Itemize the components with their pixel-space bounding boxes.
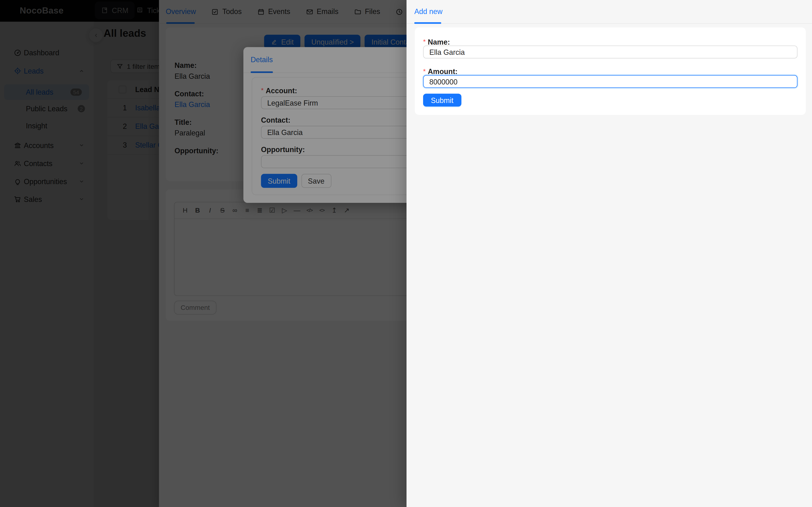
submit-button[interactable]: Submit xyxy=(423,94,461,107)
required-mark: * xyxy=(423,67,426,75)
name-input[interactable] xyxy=(423,46,798,59)
add-new-tabbar: Add new xyxy=(406,0,812,24)
app-root: NocoBase CRM Ticket Dashboard Leads All … xyxy=(0,0,812,507)
name-label: Name: xyxy=(428,38,450,46)
add-new-drawer: Add new * Name: * Amount: Submit xyxy=(406,0,812,507)
active-tab-indicator xyxy=(414,22,441,24)
tab-add-new[interactable]: Add new xyxy=(414,0,443,23)
amount-input[interactable] xyxy=(423,75,798,88)
required-mark: * xyxy=(423,38,426,46)
amount-label: Amount: xyxy=(428,67,458,75)
submit-label: Submit xyxy=(431,96,454,104)
add-new-form-card: * Name: * Amount: Submit xyxy=(415,27,806,115)
